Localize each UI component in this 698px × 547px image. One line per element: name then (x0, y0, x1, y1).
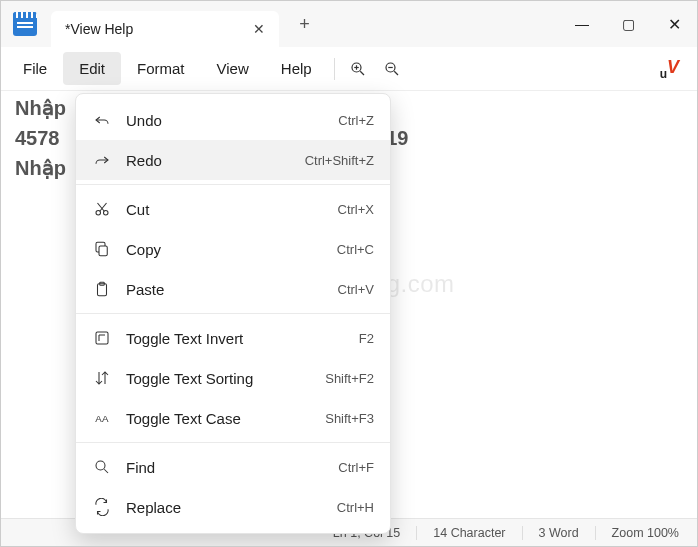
menu-item-shortcut: Ctrl+Z (338, 113, 374, 128)
titlebar: *View Help ✕ + — ▢ ✕ (1, 1, 697, 47)
menu-item-shortcut: Ctrl+C (337, 242, 374, 257)
replace-icon (90, 498, 114, 516)
menu-divider (76, 184, 390, 185)
menu-item-shortcut: Ctrl+X (338, 202, 374, 217)
menu-item-label: Redo (126, 152, 305, 169)
menu-item-shortcut: Ctrl+V (338, 282, 374, 297)
menu-item-shortcut: Ctrl+H (337, 500, 374, 515)
invert-icon (90, 329, 114, 347)
menu-edit[interactable]: Edit (63, 52, 121, 85)
text-line: 4578 (15, 127, 60, 149)
menu-item-label: Replace (126, 499, 337, 516)
menu-item-toggle-text-case[interactable]: AAToggle Text CaseShift+F3 (76, 398, 390, 438)
tab[interactable]: *View Help ✕ (51, 11, 279, 47)
menu-separator (334, 58, 335, 80)
tab-title: *View Help (65, 21, 133, 37)
status-words: 3 Word (531, 526, 587, 540)
new-tab-button[interactable]: + (299, 14, 310, 35)
case-icon: AA (90, 409, 114, 427)
maximize-button[interactable]: ▢ (605, 1, 651, 47)
app-logo: uV (660, 57, 679, 81)
menu-item-label: Find (126, 459, 338, 476)
status-zoom: Zoom 100% (604, 526, 687, 540)
svg-line-5 (394, 71, 398, 75)
menu-item-find[interactable]: FindCtrl+F (76, 447, 390, 487)
sort-icon (90, 369, 114, 387)
paste-icon (90, 280, 114, 298)
zoom-out-button[interactable] (375, 52, 409, 86)
svg-rect-14 (96, 332, 108, 344)
undo-icon (90, 111, 114, 129)
svg-text:A: A (95, 413, 102, 424)
menu-divider (76, 442, 390, 443)
menu-item-shortcut: Ctrl+Shift+Z (305, 153, 374, 168)
menu-item-shortcut: Ctrl+F (338, 460, 374, 475)
close-window-button[interactable]: ✕ (651, 1, 697, 47)
zoom-in-button[interactable] (341, 52, 375, 86)
menu-item-redo[interactable]: RedoCtrl+Shift+Z (76, 140, 390, 180)
menu-item-label: Toggle Text Case (126, 410, 325, 427)
menu-item-label: Cut (126, 201, 338, 218)
menu-divider (76, 313, 390, 314)
minimize-button[interactable]: — (559, 1, 605, 47)
menu-item-copy[interactable]: CopyCtrl+C (76, 229, 390, 269)
menu-item-label: Undo (126, 112, 338, 129)
menu-item-label: Toggle Text Invert (126, 330, 359, 347)
menu-item-toggle-text-invert[interactable]: Toggle Text InvertF2 (76, 318, 390, 358)
menu-item-undo[interactable]: UndoCtrl+Z (76, 100, 390, 140)
copy-icon (90, 240, 114, 258)
menu-item-label: Paste (126, 281, 338, 298)
menu-item-shortcut: F2 (359, 331, 374, 346)
svg-line-18 (104, 469, 108, 473)
svg-point-17 (96, 461, 105, 470)
app-icon (13, 12, 37, 36)
menu-item-label: Toggle Text Sorting (126, 370, 325, 387)
menu-item-label: Copy (126, 241, 337, 258)
svg-text:A: A (102, 413, 109, 424)
menu-format[interactable]: Format (121, 52, 201, 85)
menubar: FileEditFormatViewHelp uV (1, 47, 697, 91)
menu-item-shortcut: Shift+F2 (325, 371, 374, 386)
edit-menu-dropdown: UndoCtrl+ZRedoCtrl+Shift+ZCutCtrl+XCopyC… (75, 93, 391, 534)
redo-icon (90, 151, 114, 169)
svg-rect-11 (99, 246, 107, 256)
menu-item-toggle-text-sorting[interactable]: Toggle Text SortingShift+F2 (76, 358, 390, 398)
menu-item-shortcut: Shift+F3 (325, 411, 374, 426)
menu-item-paste[interactable]: PasteCtrl+V (76, 269, 390, 309)
menu-file[interactable]: File (7, 52, 63, 85)
menu-view[interactable]: View (201, 52, 265, 85)
menu-item-replace[interactable]: ReplaceCtrl+H (76, 487, 390, 527)
window-controls: — ▢ ✕ (559, 1, 697, 47)
svg-line-1 (360, 71, 364, 75)
cut-icon (90, 200, 114, 218)
status-characters: 14 Character (425, 526, 513, 540)
menu-help[interactable]: Help (265, 52, 328, 85)
tab-close-icon[interactable]: ✕ (253, 21, 265, 37)
menu-item-cut[interactable]: CutCtrl+X (76, 189, 390, 229)
find-icon (90, 458, 114, 476)
